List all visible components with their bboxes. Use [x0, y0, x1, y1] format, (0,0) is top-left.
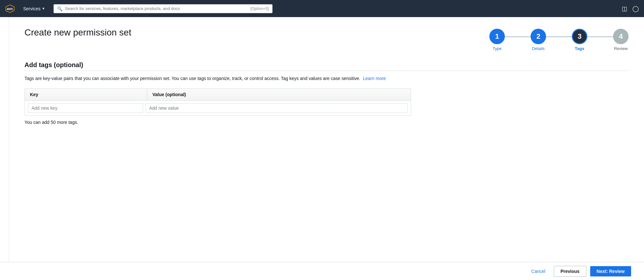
aws-logo[interactable]: aws	[5, 4, 15, 13]
tags-input-row	[25, 101, 411, 115]
tags-table: Key Value (optional)	[24, 88, 411, 116]
nav-icons: ◫ ◯	[622, 5, 639, 12]
search-shortcut: [Option+S]	[251, 6, 269, 11]
step-2-label: Details	[532, 46, 545, 51]
step-4: 4 Review	[613, 29, 629, 51]
step-1: 1 Type	[489, 29, 505, 51]
previous-button[interactable]: Previous	[554, 266, 586, 277]
sidebar	[0, 17, 9, 280]
description: Tags are key-value pairs that you can as…	[24, 75, 629, 82]
connector-1-2	[505, 36, 531, 37]
step-4-circle: 4	[613, 29, 629, 44]
page-title: Create new permission set	[24, 27, 131, 38]
key-column-header: Key	[25, 89, 147, 100]
stepper: 1 Type 2 Details 3	[489, 29, 629, 51]
bell-icon[interactable]: ◯	[632, 5, 639, 12]
tags-count: You can add 50 more tags.	[24, 120, 629, 125]
user-icon[interactable]: ◫	[622, 5, 627, 12]
search-icon: 🔍	[57, 6, 62, 11]
step-1-label: Type	[493, 46, 502, 51]
step-3: 3 Tags	[572, 29, 587, 51]
next-review-button[interactable]: Next: Review	[590, 266, 631, 276]
step-2-circle: 2	[531, 29, 546, 44]
cancel-button[interactable]: Cancel	[527, 266, 550, 276]
step-3-circle: 3	[572, 29, 587, 44]
value-input[interactable]	[146, 103, 408, 113]
step-2: 2 Details	[531, 29, 546, 51]
value-column-header: Value (optional)	[147, 89, 411, 100]
divider	[24, 71, 629, 71]
tags-section: Add tags (optional) Tags are key-value p…	[24, 61, 629, 125]
connector-2-3	[546, 36, 572, 37]
step-4-label: Review	[614, 46, 628, 51]
bottom-bar: Cancel Previous Next: Review	[0, 262, 644, 280]
step-3-label: Tags	[575, 46, 584, 51]
connector-3-4	[587, 36, 613, 37]
main-content: Create new permission set 1 Type 2 Detai…	[9, 17, 644, 280]
key-input-cell	[28, 103, 146, 113]
value-input-cell	[146, 103, 408, 113]
svg-text:aws: aws	[7, 7, 13, 11]
services-button[interactable]: Services ▼	[21, 6, 47, 11]
learn-more-link[interactable]: Learn more	[363, 76, 386, 81]
main-wrapper: Create new permission set 1 Type 2 Detai…	[0, 17, 644, 280]
key-input[interactable]	[28, 103, 143, 113]
services-label: Services	[23, 6, 41, 11]
search-input[interactable]	[65, 6, 248, 11]
step-1-circle: 1	[489, 29, 505, 44]
top-nav: aws Services ▼ 🔍 [Option+S] ◫ ◯	[0, 0, 644, 17]
tags-table-header: Key Value (optional)	[25, 89, 411, 101]
search-bar[interactable]: 🔍 [Option+S]	[53, 4, 273, 13]
page-header: Create new permission set 1 Type 2 Detai…	[24, 27, 629, 51]
chevron-down-icon: ▼	[42, 7, 45, 10]
section-title: Add tags (optional)	[24, 61, 629, 69]
